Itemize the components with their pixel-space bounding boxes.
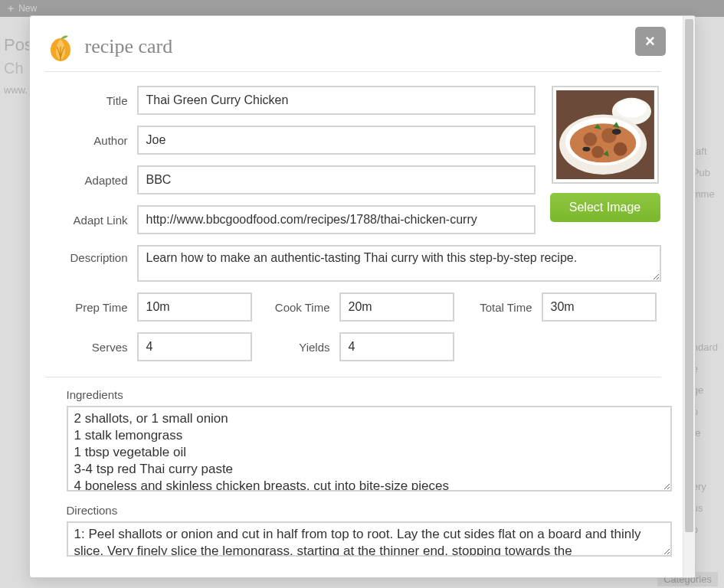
svg-point-6 <box>569 123 636 162</box>
modal-header: recipe card <box>45 31 661 72</box>
adapted-input[interactable] <box>137 165 536 194</box>
svg-point-12 <box>582 147 590 152</box>
cook-time-input[interactable] <box>339 292 454 322</box>
divider <box>45 377 661 377</box>
title-input[interactable] <box>137 86 536 115</box>
total-time-input[interactable] <box>542 292 657 322</box>
modal-scrollbar[interactable] <box>683 16 695 577</box>
directions-label: Directions <box>67 504 661 517</box>
description-input[interactable] <box>137 245 661 282</box>
svg-point-3 <box>616 100 646 118</box>
modal-title: recipe card <box>85 35 173 58</box>
svg-point-9 <box>613 142 627 156</box>
adapt-link-label: Adapt Link <box>45 214 128 227</box>
description-label: Description <box>45 245 128 264</box>
serves-label: Serves <box>45 341 128 354</box>
author-input[interactable] <box>137 126 536 155</box>
adapted-label: Adapted <box>45 174 128 187</box>
ingredients-input[interactable] <box>67 406 672 492</box>
modal-overlay: × recipe card Title <box>0 0 724 588</box>
author-label: Author <box>45 134 128 147</box>
close-button[interactable]: × <box>635 27 666 56</box>
total-time-label: Total Time <box>464 301 532 314</box>
svg-point-11 <box>611 129 621 135</box>
svg-point-10 <box>591 146 604 158</box>
prep-time-label: Prep Time <box>45 301 128 314</box>
close-icon: × <box>645 31 655 51</box>
yields-input[interactable] <box>339 332 454 361</box>
adapt-link-input[interactable] <box>137 205 536 234</box>
scrollbar-thumb[interactable] <box>685 19 693 532</box>
ingredients-label: Ingredients <box>67 388 661 401</box>
recipe-logo-icon <box>45 31 76 62</box>
yields-label: Yields <box>261 341 330 354</box>
directions-input[interactable] <box>67 521 672 557</box>
serves-input[interactable] <box>137 332 252 361</box>
cook-time-label: Cook Time <box>261 301 330 314</box>
recipe-image-preview <box>552 86 659 184</box>
recipe-card-modal: × recipe card Title <box>29 15 696 578</box>
svg-point-7 <box>583 132 597 146</box>
title-label: Title <box>45 94 128 107</box>
select-image-button[interactable]: Select Image <box>550 193 660 222</box>
prep-time-input[interactable] <box>137 292 252 322</box>
